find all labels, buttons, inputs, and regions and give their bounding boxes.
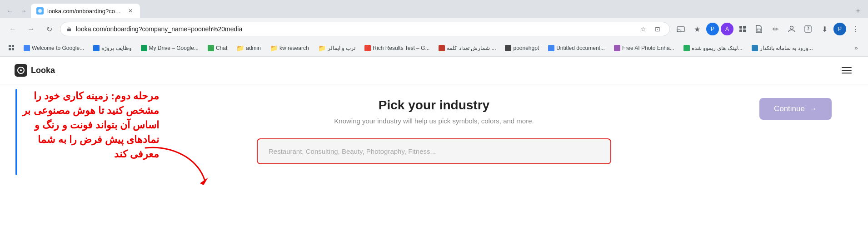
save-icon — [755, 25, 763, 33]
page-topnav: Looka — [0, 57, 868, 84]
tab-favicon — [36, 7, 44, 15]
bookmark-rich[interactable]: Rich Results Test – G... — [361, 43, 433, 53]
svg-rect-8 — [743, 29, 746, 32]
bookmark-chat[interactable]: Chat — [204, 43, 231, 53]
svg-rect-14 — [9, 48, 11, 50]
svg-marker-18 — [200, 177, 208, 185]
svg-rect-9 — [757, 29, 761, 31]
industry-title: Pick your industry — [379, 98, 489, 113]
svg-point-0 — [38, 9, 42, 13]
folder-icon-kw: 📁 — [270, 44, 278, 52]
bookmark-poonehgpt[interactable]: poonehgpt — [501, 43, 543, 53]
apps-button[interactable] — [5, 42, 18, 54]
hamburger-line-3 — [842, 73, 852, 73]
forward-button[interactable]: → — [17, 5, 30, 17]
reload-button[interactable]: ↻ — [42, 22, 56, 36]
extensions-icon — [738, 25, 747, 33]
folder-icon-torab: 📁 — [318, 44, 326, 52]
svg-rect-6 — [743, 26, 746, 29]
profile-avatar-blue[interactable]: P — [706, 23, 719, 35]
svg-rect-13 — [12, 45, 14, 47]
save-button[interactable] — [752, 22, 766, 36]
bookmark-shomoresh[interactable]: شمارش تعداد کلمه ... — [435, 43, 499, 53]
profile-avatar-purple[interactable]: A — [721, 23, 733, 35]
puzzle-button[interactable] — [801, 22, 815, 36]
folder-icon: 📁 — [236, 44, 244, 52]
back-button[interactable]: ← — [4, 5, 16, 17]
tab-title: looka.com/onboarding?company_name=pooneh… — [47, 8, 123, 15]
svg-point-17 — [20, 69, 22, 71]
bookmark-favicon-welcome — [24, 45, 30, 51]
hamburger-line-1 — [842, 67, 852, 68]
pencil-button[interactable]: ✏ — [768, 22, 783, 36]
looka-logo: Looka — [15, 64, 55, 77]
bookmark-drive[interactable]: My Drive – Google... — [137, 43, 202, 53]
main-section: مرحله دوم: زمینه کاری خود را مشخص کنید ت… — [0, 84, 868, 178]
bookmark-free-ai[interactable]: Free AI Photo Enha... — [610, 43, 678, 53]
cast-button[interactable]: ⊡ — [651, 23, 664, 35]
svg-rect-2 — [68, 28, 70, 29]
favorites-button[interactable]: ★ — [690, 22, 704, 36]
svg-rect-7 — [739, 29, 742, 32]
apps-grid-icon — [8, 44, 15, 52]
active-tab[interactable]: looka.com/onboarding?company_name=pooneh… — [31, 4, 140, 18]
profile-avatar-main[interactable]: P — [833, 23, 846, 35]
new-tab-button[interactable]: ＋ — [852, 5, 864, 17]
bookmark-kw[interactable]: 📁 kw research — [266, 43, 313, 54]
page-content: Looka مرحله دوم: زمینه کاری خود را مشخص … — [0, 57, 868, 235]
looka-wordmark: Looka — [31, 66, 55, 75]
bookmark-admin[interactable]: 📁 admin — [233, 43, 264, 54]
svg-point-4 — [677, 31, 678, 32]
tab-close-button[interactable]: ✕ — [126, 7, 135, 15]
nav-back-button[interactable]: ← — [5, 22, 20, 36]
center-content: Pick your industry Knowing your industry… — [252, 98, 616, 164]
bookmark-favicon-chat — [208, 45, 214, 51]
svg-point-10 — [790, 26, 793, 29]
bookmark-welcome[interactable]: Welcome to Google... — [20, 43, 88, 53]
arrow-svg — [141, 143, 214, 189]
hamburger-line-2 — [842, 70, 852, 71]
bookmark-favicon-poonehgpt — [505, 45, 511, 51]
continue-button[interactable]: Continue → — [759, 98, 832, 120]
svg-rect-15 — [12, 48, 14, 50]
annotation-text: مرحله دوم: زمینه کاری خود را مشخص کنید ت… — [9, 89, 159, 161]
tab-bar: ← → looka.com/onboarding?company_name=po… — [0, 0, 868, 18]
lock-icon — [66, 26, 72, 32]
annotation-overlay: مرحله دوم: زمینه کاری خود را مشخص کنید ت… — [9, 89, 159, 161]
bookmark-page-button[interactable]: ☆ — [637, 23, 649, 35]
bookmark-favicon-untitled — [548, 45, 554, 51]
accounts-icon — [788, 25, 796, 33]
continue-label: Continue — [774, 104, 805, 113]
bookmark-favicon-rich — [364, 45, 371, 51]
bookmark-favicon-bank — [752, 45, 758, 51]
bookmark-vazayef[interactable]: وظایف پروژه — [90, 43, 135, 53]
industry-input-placeholder[interactable]: Restaurant, Consulting, Beauty, Photogra… — [269, 147, 436, 155]
bookmarks-bar: Welcome to Google... وظایف پروژه My Driv… — [0, 40, 868, 56]
cast-icon — [677, 25, 685, 33]
bookmark-favicon-shomoresh — [439, 45, 445, 51]
bookmark-favicon-vazayef — [93, 45, 100, 51]
bookmark-bank[interactable]: ورود به سامانه بانکدار... — [748, 43, 817, 53]
industry-input-wrap[interactable]: Restaurant, Consulting, Beauty, Photogra… — [257, 138, 611, 164]
download-button[interactable]: ⬇ — [817, 22, 832, 36]
hamburger-menu-button[interactable] — [840, 65, 853, 75]
continue-arrow-icon: → — [809, 104, 817, 113]
bookmarks-more-button[interactable]: » — [850, 42, 863, 54]
puzzle-icon — [804, 25, 812, 33]
extensions-button[interactable] — [735, 22, 750, 36]
looka-logo-icon — [15, 64, 27, 77]
industry-subtitle: Knowing your industry will help us pick … — [334, 117, 534, 125]
menu-button[interactable]: ⋮ — [848, 22, 863, 36]
address-bar: ← → ↻ looka.com/onboarding?company_name=… — [0, 18, 868, 40]
accounts-button[interactable] — [784, 22, 799, 36]
bookmark-links[interactable]: لینک های ریموو شده... — [680, 43, 746, 53]
address-input-wrap[interactable]: looka.com/onboarding?company_name=pooneh… — [60, 22, 670, 36]
svg-rect-5 — [739, 26, 742, 29]
bookmark-favicon-free-ai — [614, 45, 620, 51]
cast-toolbar-button[interactable] — [673, 22, 688, 36]
blue-left-border — [15, 89, 17, 175]
bookmark-untitled[interactable]: Untitled document... — [544, 43, 609, 53]
bookmark-torab[interactable]: 📁 ترب و ایمالر — [314, 43, 359, 54]
looka-icon — [17, 66, 25, 74]
nav-forward-button[interactable]: → — [24, 22, 38, 36]
